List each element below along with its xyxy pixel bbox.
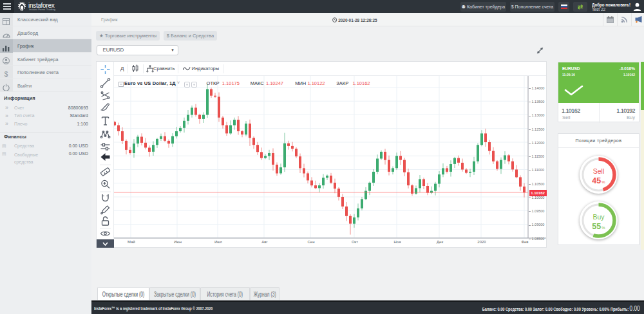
svg-text:$: $ [5, 71, 8, 78]
